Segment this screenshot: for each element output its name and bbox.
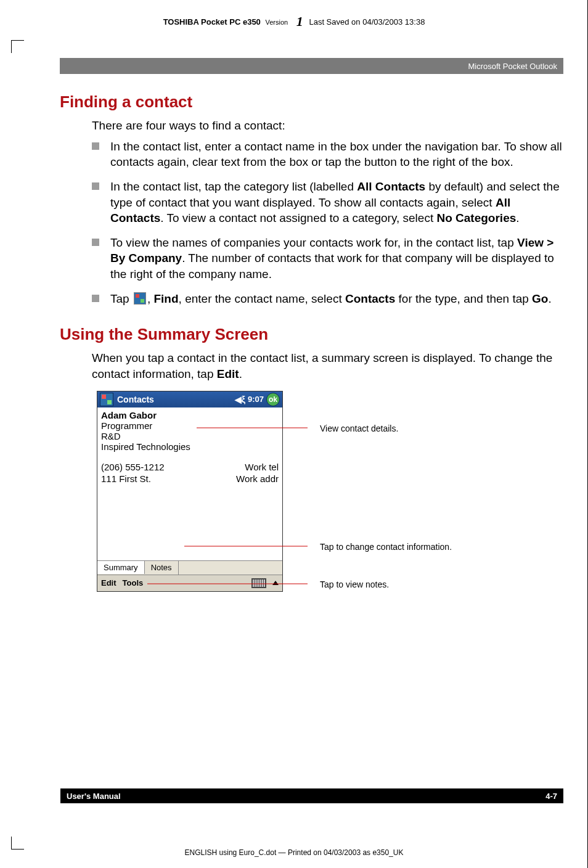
ppc-screenshot-figure: Contacts ◀ξ 9:07 ok Adam Gabor Programme… — [97, 391, 563, 592]
crop-mark-top-left — [11, 40, 24, 53]
print-info-line: ENGLISH using Euro_C.dot — Printed on 04… — [0, 848, 588, 857]
ppc-app-title: Contacts — [117, 395, 154, 404]
menu-tools[interactable]: Tools — [123, 578, 144, 588]
contact-role: Programmer — [101, 420, 279, 431]
contact-header-block: Adam Gabor Programmer R&D Inspired Techn… — [101, 410, 279, 452]
heading-finding-a-contact: Finding a contact — [60, 92, 563, 112]
contact-phone: (206) 555-1212 — [101, 462, 165, 472]
last-saved: Last Saved on 04/03/2003 13:38 — [309, 17, 425, 27]
keyboard-icon[interactable] — [251, 578, 266, 588]
contact-dept: R&D — [101, 431, 279, 441]
bullet-4: Tap , Find, enter the contact name, sele… — [92, 291, 563, 307]
footer-page-number: 4-7 — [545, 792, 557, 801]
clock: 9:07 — [248, 395, 264, 404]
contact-addr: 111 First St. — [101, 473, 151, 484]
product-name: TOSHIBA Pocket PC e350 — [163, 17, 261, 27]
speaker-icon[interactable]: ◀ξ — [235, 395, 245, 404]
page-header: TOSHIBA Pocket PC e350 Version 1 Last Sa… — [25, 14, 563, 30]
crop-mark-bottom-left — [11, 837, 24, 850]
chapter-title: Microsoft Pocket Outlook — [468, 62, 558, 71]
callout-view-details: View contact details. — [320, 424, 398, 433]
bullet-1: In the contact list, enter a contact nam… — [92, 139, 563, 170]
footer-left: User's Manual — [67, 792, 121, 801]
heading-using-summary-screen: Using the Summary Screen — [60, 325, 563, 344]
leader-lines — [271, 391, 308, 613]
menu-edit[interactable]: Edit — [101, 578, 116, 588]
footer-bar: User's Manual 4-7 — [60, 788, 563, 803]
callout-change-info: Tap to change contact information. — [320, 542, 452, 552]
ppc-tabs: Summary Notes — [97, 560, 282, 575]
tab-summary[interactable]: Summary — [97, 560, 145, 574]
start-icon — [134, 292, 146, 305]
version-number: 1 — [296, 14, 303, 30]
contact-addr-row: 111 First St. Work addr — [101, 473, 279, 484]
bullet-2: In the contact list, tap the category li… — [92, 179, 563, 226]
version-label: Version — [265, 18, 288, 26]
chapter-bar: Microsoft Pocket Outlook — [60, 58, 563, 74]
ppc-menubar: Edit Tools — [97, 575, 282, 591]
contact-name: Adam Gabor — [101, 410, 279, 420]
start-icon[interactable] — [100, 393, 113, 406]
finding-bullet-list: In the contact list, enter a contact nam… — [92, 139, 563, 307]
bullet-1-text: In the contact list, enter a contact nam… — [110, 140, 562, 169]
tab-notes[interactable]: Notes — [145, 561, 179, 575]
bullet-3: To view the names of companies your cont… — [92, 235, 563, 282]
ppc-titlebar: Contacts ◀ξ 9:07 ok — [97, 391, 282, 407]
summary-body: When you tap a contact in the contact li… — [92, 350, 563, 382]
contact-company: Inspired Technologies — [101, 441, 279, 452]
finding-intro: There are four ways to find a contact: — [92, 118, 563, 134]
callout-view-notes: Tap to view notes. — [320, 579, 389, 589]
ppc-body: Adam Gabor Programmer R&D Inspired Techn… — [97, 407, 282, 560]
ppc-device-screen: Contacts ◀ξ 9:07 ok Adam Gabor Programme… — [97, 391, 283, 592]
contact-phone-row: (206) 555-1212 Work tel — [101, 462, 279, 472]
